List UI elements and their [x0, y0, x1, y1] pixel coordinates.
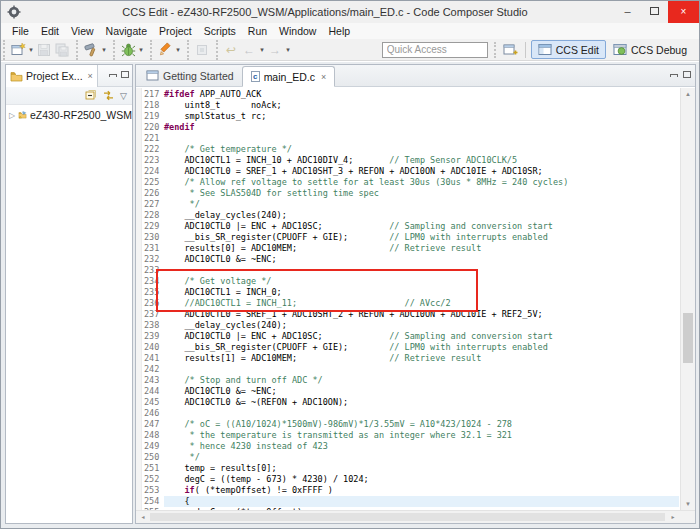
menu-item-view[interactable]: View: [65, 23, 100, 39]
editor-minimize-button[interactable]: [670, 70, 678, 81]
line-number[interactable]: 242: [144, 364, 164, 375]
flash-icon[interactable]: [156, 41, 174, 59]
view-maximize-button[interactable]: [121, 70, 129, 81]
code-line[interactable]: ADC10CTL1 = INCH_0;: [164, 287, 679, 298]
flash-dropdown-icon[interactable]: ▾: [174, 46, 182, 54]
line-number[interactable]: 233: [144, 265, 164, 276]
close-icon[interactable]: ×: [88, 71, 93, 81]
project-explorer-tab[interactable]: Project Ex... ×: [6, 65, 98, 87]
line-number[interactable]: 217: [144, 89, 164, 100]
debug-icon[interactable]: [119, 41, 137, 59]
editor-maximize-button[interactable]: [683, 70, 691, 81]
annotation-ruler[interactable]: [136, 88, 142, 510]
code-line[interactable]: ADC10CTL0 &= ~ENC;: [164, 386, 679, 397]
line-number[interactable]: 218: [144, 100, 164, 111]
close-icon[interactable]: ×: [321, 72, 326, 82]
line-number[interactable]: 221: [144, 133, 164, 144]
line-number[interactable]: 247: [144, 419, 164, 430]
code-line[interactable]: ADC10CTL0 |= ENC + ADC10SC; // Sampling …: [164, 221, 679, 232]
code-line[interactable]: [164, 133, 679, 144]
menu-item-window[interactable]: Window: [273, 23, 322, 39]
code-line[interactable]: temp = results[0];: [164, 463, 679, 474]
line-number[interactable]: 228: [144, 210, 164, 221]
code-line[interactable]: /* oC = ((A10/1024)*1500mV)-986mV)*1/3.5…: [164, 419, 679, 430]
code-line[interactable]: /* Get voltage */: [164, 276, 679, 287]
view-minimize-button[interactable]: [109, 70, 117, 81]
line-number[interactable]: 231: [144, 243, 164, 254]
line-number[interactable]: 245: [144, 397, 164, 408]
quick-access-input[interactable]: [382, 42, 488, 58]
code-line[interactable]: smplStatus_t rc;: [164, 111, 679, 122]
code-line[interactable]: #endif: [164, 122, 679, 133]
menu-item-project[interactable]: Project: [153, 23, 198, 39]
scroll-left-icon[interactable]: ◂: [137, 511, 149, 524]
vertical-scrollbar-thumb[interactable]: [683, 313, 693, 363]
line-number[interactable]: 225: [144, 177, 164, 188]
code-line[interactable]: /* Allow ref voltage to settle for at le…: [164, 177, 679, 188]
code-line[interactable]: */: [164, 199, 679, 210]
back-dropdown-icon[interactable]: ▾: [258, 46, 266, 54]
code-area[interactable]: #ifdef APP_AUTO_ACK uint8_t noAck; smplS…: [164, 89, 679, 510]
line-number[interactable]: 222: [144, 144, 164, 155]
app-icon[interactable]: [7, 5, 21, 23]
scroll-up-icon[interactable]: ▲: [681, 91, 695, 97]
code-line[interactable]: /* Stop and turn off ADC */: [164, 375, 679, 386]
code-line[interactable]: degC = ((temp - 673) * 4230) / 1024;: [164, 474, 679, 485]
menu-item-help[interactable]: Help: [322, 23, 356, 39]
code-line[interactable]: /* Get temperature */: [164, 144, 679, 155]
view-menu-icon[interactable]: ▽: [120, 91, 127, 101]
code-line[interactable]: ADC10CTL0 = SREF_1 + ADC10SHT_2 + REFON …: [164, 309, 679, 320]
menu-item-navigate[interactable]: Navigate: [100, 23, 153, 39]
code-line[interactable]: __delay_cycles(240);: [164, 320, 679, 331]
menu-item-run[interactable]: Run: [242, 23, 273, 39]
code-line[interactable]: results[0] = ADC10MEM; // Retrieve resul…: [164, 243, 679, 254]
vertical-scrollbar[interactable]: ▲ ▼: [680, 88, 695, 510]
close-button[interactable]: ×: [668, 1, 699, 23]
line-number[interactable]: 234: [144, 276, 164, 287]
code-line[interactable]: [164, 364, 679, 375]
code-line[interactable]: //ADC10CTL1 = INCH_11; // AVcc/2: [164, 298, 679, 309]
code-line[interactable]: if( (*tempOffset) != 0xFFFF ): [164, 485, 679, 496]
open-perspective-icon[interactable]: [502, 41, 520, 59]
tab-getting-started[interactable]: Getting Started: [138, 65, 242, 86]
line-number[interactable]: 246: [144, 408, 164, 419]
line-number[interactable]: 254: [144, 496, 164, 507]
line-number[interactable]: 223: [144, 155, 164, 166]
line-number[interactable]: 244: [144, 386, 164, 397]
line-number[interactable]: 237: [144, 309, 164, 320]
minimize-button[interactable]: –: [614, 1, 641, 23]
line-number[interactable]: 253: [144, 485, 164, 496]
code-line[interactable]: __delay_cycles(240);: [164, 210, 679, 221]
tab-main-ed-c[interactable]: c main_ED.c ×: [242, 66, 336, 87]
perspective-ccs-debug-button[interactable]: CCS Debug: [606, 40, 694, 59]
line-number[interactable]: 235: [144, 287, 164, 298]
code-line[interactable]: */: [164, 452, 679, 463]
forward-dropdown-icon[interactable]: ▾: [284, 46, 292, 54]
line-number[interactable]: 227: [144, 199, 164, 210]
line-number[interactable]: 224: [144, 166, 164, 177]
code-line[interactable]: __bis_SR_register(CPUOFF + GIE); // LPM0…: [164, 342, 679, 353]
build-icon[interactable]: [82, 41, 100, 59]
code-line[interactable]: results[1] = ADC10MEM; // Retrieve resul…: [164, 353, 679, 364]
new-icon[interactable]: [9, 41, 27, 59]
code-line[interactable]: ADC10CTL0 |= ENC + ADC10SC; // Sampling …: [164, 331, 679, 342]
line-number[interactable]: 219: [144, 111, 164, 122]
code-line[interactable]: [164, 265, 679, 276]
scroll-down-icon[interactable]: ▼: [681, 501, 695, 507]
link-with-editor-icon[interactable]: [102, 87, 115, 105]
line-number[interactable]: 226: [144, 188, 164, 199]
line-number[interactable]: 250: [144, 452, 164, 463]
line-number[interactable]: 243: [144, 375, 164, 386]
scroll-right-icon[interactable]: ▸: [667, 511, 679, 524]
tree-expand-icon[interactable]: ▷: [9, 111, 15, 120]
build-dropdown-icon[interactable]: ▾: [100, 46, 108, 54]
code-line[interactable]: #ifdef APP_AUTO_ACK: [164, 89, 679, 100]
code-line[interactable]: {: [164, 496, 679, 507]
menu-item-scripts[interactable]: Scripts: [198, 23, 242, 39]
code-line[interactable]: * hence 4230 instead of 423: [164, 441, 679, 452]
code-line[interactable]: __bis_SR_register(CPUOFF + GIE); // LPM0…: [164, 232, 679, 243]
new-dropdown-icon[interactable]: ▾: [27, 46, 35, 54]
perspective-ccs-edit-button[interactable]: CCS Edit: [531, 40, 606, 59]
code-line[interactable]: ADC10CTL1 = INCH_10 + ADC10DIV_4; // Tem…: [164, 155, 679, 166]
line-number[interactable]: 220: [144, 122, 164, 133]
